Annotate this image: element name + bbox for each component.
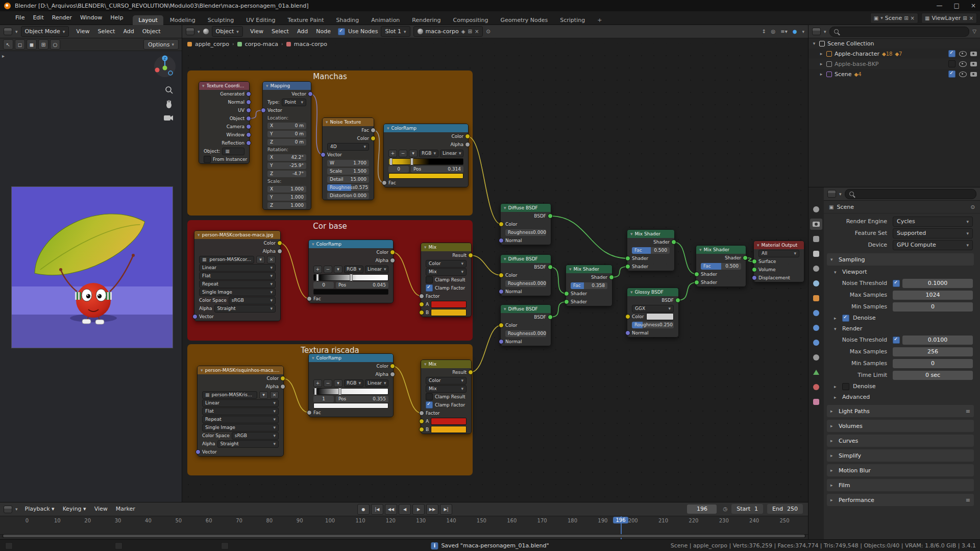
roughness-slider[interactable]: Roughness0.000 — [505, 330, 546, 337]
alpha-dropdown[interactable]: Straight▾ — [214, 305, 276, 313]
socket-in-surface[interactable] — [752, 259, 757, 264]
properties-tab-tool[interactable] — [810, 204, 822, 215]
node-ramp3[interactable]: ▾ColorRampColorAlpha+−▾RGB▾Linear▾1Pos0.… — [308, 353, 394, 417]
blender-menu-icon[interactable] — [3, 14, 11, 22]
camera-view[interactable] — [11, 186, 173, 348]
socket-in-displacement[interactable] — [752, 275, 757, 280]
unlink-scene-icon[interactable]: × — [911, 15, 915, 21]
stop-position-slider[interactable]: Pos0.045 — [336, 282, 388, 289]
node-header-noise[interactable]: ▾Noise Texture — [323, 118, 374, 126]
jump-to-start-button[interactable]: |◀ — [371, 504, 383, 515]
socket-in-normal[interactable] — [499, 238, 504, 243]
socket-out-bsdf[interactable] — [548, 315, 553, 320]
socket-out-shader[interactable] — [743, 255, 748, 260]
section-curves[interactable]: ▸Curves — [827, 435, 974, 447]
unlink-material-icon[interactable]: × — [475, 29, 479, 34]
fake-user-icon[interactable]: ◈ — [461, 29, 465, 34]
socket-out-alpha[interactable] — [277, 249, 282, 254]
menu-help[interactable]: Help — [106, 11, 127, 25]
b-color-swatch[interactable] — [431, 426, 467, 433]
node-menu-node[interactable]: Node — [312, 25, 335, 38]
fac-slider[interactable]: Fac0.358 — [571, 282, 607, 289]
socket-in-shader[interactable] — [625, 256, 630, 261]
socket-in-b[interactable] — [419, 310, 424, 315]
socket-in-fac[interactable] — [307, 296, 312, 301]
ramp-add-stop-button[interactable]: + — [388, 150, 397, 157]
socket-in-volume[interactable] — [752, 267, 757, 272]
material-selector[interactable]: maca-corpo ◈ ⊞ × — [413, 26, 483, 37]
node-header-ramp2[interactable]: ▾ColorRamp — [309, 240, 393, 248]
socket-out-bsdf[interactable] — [675, 298, 680, 303]
colorramp-gradient[interactable] — [313, 388, 388, 395]
socket-out-result[interactable] — [468, 370, 473, 375]
timeline-menu-keying[interactable]: Keying ▾ — [59, 502, 90, 516]
socket-out-alpha[interactable] — [465, 142, 470, 147]
single-image-dropdown[interactable]: Single Image▾ — [199, 289, 276, 296]
subsection-viewport[interactable]: ▾Viewport — [827, 267, 975, 277]
a-color-swatch[interactable] — [431, 418, 467, 425]
stop-color-swatch[interactable] — [313, 289, 388, 295]
roughness-slider[interactable]: Roughness0.000 — [505, 280, 546, 287]
max-samples-field[interactable]: 256 — [893, 347, 973, 356]
min-samples-field[interactable]: 0 — [893, 302, 973, 312]
pan-hand-icon[interactable] — [164, 100, 174, 109]
workspace-tab-modeling[interactable]: Modeling — [164, 15, 201, 25]
properties-tab-object[interactable] — [810, 293, 822, 304]
subsection-render[interactable]: ▾Render — [827, 323, 975, 334]
all-dropdown[interactable]: All▾ — [758, 250, 799, 257]
play-button[interactable]: ▶ — [412, 504, 425, 515]
denoise-checkbox[interactable] — [842, 315, 849, 322]
socket-in-a[interactable] — [419, 419, 424, 424]
socket-out-generated[interactable] — [246, 91, 251, 97]
ramp-options-button[interactable]: ▾ — [334, 379, 342, 387]
viewport-menu-view[interactable]: View — [72, 25, 93, 38]
socket-in-shader[interactable] — [564, 299, 569, 304]
socket-in-normal[interactable] — [499, 339, 504, 344]
selectable-checkbox[interactable] — [948, 60, 955, 67]
socket-out-color[interactable] — [371, 136, 376, 141]
use-nodes-checkbox[interactable] — [338, 28, 345, 35]
options-button[interactable]: Options ▾ — [143, 39, 179, 50]
frame-ruler[interactable]: 0102030405060708090100110120130140150160… — [0, 516, 808, 535]
image-name-field[interactable]: ▦person-MASKrisq... — [202, 391, 257, 399]
node-img2[interactable]: ▾person-MASKrisquinhos-maca.jpgColorAlph… — [197, 366, 284, 457]
object-field[interactable]: ▦ — [222, 148, 244, 155]
x-field[interactable]: X1.000 — [267, 186, 306, 193]
pin-icon[interactable]: ⊙ — [486, 29, 490, 34]
navigation-gizmo[interactable]: Z — [153, 55, 177, 78]
properties-tab-output[interactable] — [810, 233, 822, 245]
toolbar-expand-icon[interactable]: ▸ — [2, 53, 5, 59]
colorramp-gradient[interactable] — [313, 274, 388, 281]
x-field[interactable]: X42.2° — [267, 154, 306, 161]
socket-in-shader[interactable] — [694, 280, 699, 285]
node-menu-add[interactable]: Add — [293, 25, 312, 38]
outliner-row-apple-character[interactable]: ▸Apple-character◆18◆7 — [808, 49, 980, 59]
timeline-scrollbar[interactable] — [2, 534, 806, 538]
workspace-tab-uv-editing[interactable]: UV Editing — [240, 15, 281, 25]
section-film[interactable]: ▸Film — [827, 479, 974, 491]
node-img1[interactable]: ▾person-MASKcorbase-maca.jpgColorAlpha▦p… — [194, 230, 281, 321]
previous-keyframe-button[interactable]: ◀◀ — [385, 504, 397, 515]
node-header-texcoord[interactable]: ▾Texture Coordinate — [199, 82, 249, 90]
clamp-result-checkbox[interactable] — [426, 276, 433, 283]
ramp-remove-stop-button[interactable]: − — [324, 379, 332, 387]
noise-threshold-checkbox[interactable] — [893, 280, 900, 287]
node-header-ramp1[interactable]: ▾ColorRamp — [384, 124, 468, 132]
image-source-dropdown[interactable]: ▾ — [256, 256, 265, 263]
workspace-tab-compositing[interactable]: Compositing — [448, 15, 494, 25]
color-mode-dropdown[interactable]: RGB▾ — [344, 379, 363, 387]
stop-index-field[interactable]: 0 — [313, 282, 334, 289]
x-field[interactable]: X0 m — [267, 123, 306, 129]
color-space-dropdown[interactable]: sRGB▾ — [229, 297, 276, 304]
stop-index-field[interactable]: 0 — [388, 166, 409, 173]
socket-out-color[interactable] — [465, 134, 470, 139]
properties-tab-world[interactable] — [810, 278, 822, 289]
fac-slider[interactable]: Fac0.500 — [632, 247, 670, 254]
ggx-dropdown[interactable]: GGX▾ — [632, 305, 674, 313]
linear-dropdown[interactable]: Linear▾ — [202, 399, 279, 407]
ramp-remove-stop-button[interactable]: − — [324, 266, 332, 273]
socket-in-shader[interactable] — [625, 264, 630, 269]
4d-dropdown[interactable]: 4D▾ — [327, 143, 369, 151]
flat-dropdown[interactable]: Flat▾ — [202, 408, 279, 415]
new-viewlayer-icon[interactable]: ⊞ — [963, 15, 967, 21]
